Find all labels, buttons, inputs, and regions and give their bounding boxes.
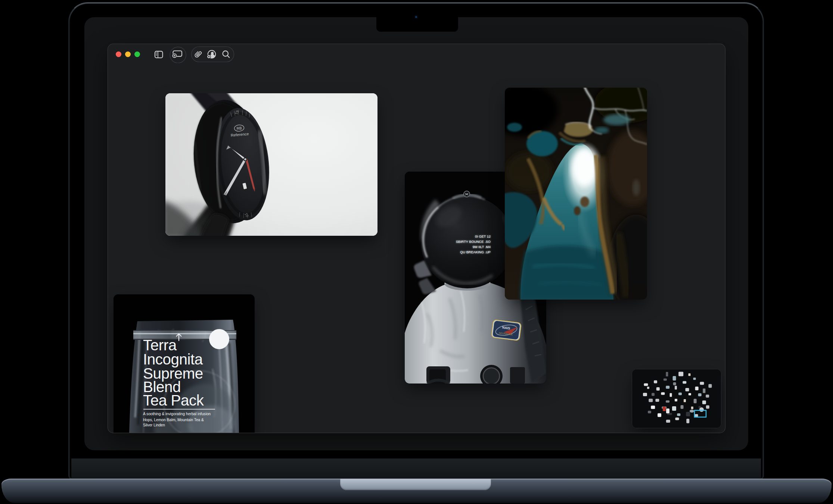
svg-text:SBIRTY BOUNCE .SO: SBIRTY BOUNCE .SO [456,240,491,244]
svg-text:0I GET 12: 0I GET 12 [475,235,491,238]
svg-text:Hops, Lemon Balm, Mountain Tea: Hops, Lemon Balm, Mountain Tea & [143,418,204,422]
svg-text:RB: RB [236,126,242,131]
svg-text:Silver Linden: Silver Linden [143,423,165,427]
svg-text:QU BREAKING .UP: QU BREAKING .UP [460,250,491,254]
svg-text:Tea Pack: Tea Pack [143,392,204,409]
svg-text:A soothing & invigorating herb: A soothing & invigorating herbal infusio… [143,412,211,416]
svg-text:9M IILT .M4: 9M IILT .M4 [473,245,491,249]
